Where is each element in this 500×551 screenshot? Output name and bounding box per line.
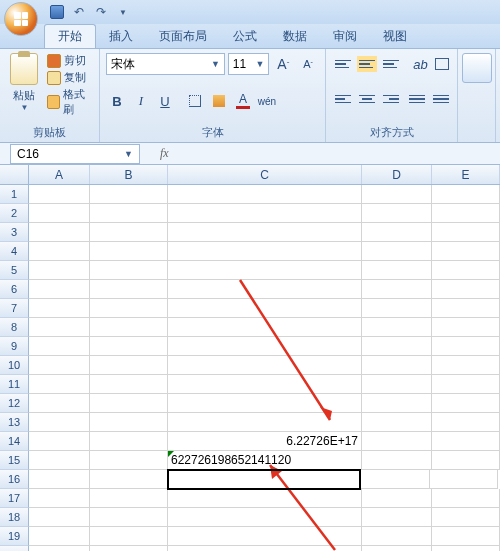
fx-icon[interactable]: fx (160, 146, 169, 161)
cell-B14[interactable] (90, 432, 168, 451)
cell-D15[interactable] (362, 451, 432, 470)
orientation-button[interactable]: ab (411, 53, 430, 75)
increase-indent-button[interactable] (430, 88, 452, 110)
cell-B17[interactable] (90, 489, 168, 508)
paste-button[interactable]: 粘贴 ▼ (6, 53, 43, 117)
cell-E19[interactable] (432, 527, 500, 546)
cell-A2[interactable] (29, 204, 90, 223)
cell-B5[interactable] (90, 261, 168, 280)
cell-E11[interactable] (432, 375, 500, 394)
shrink-font-button[interactable]: Aˇ (297, 53, 319, 75)
row-header-5[interactable]: 5 (0, 261, 29, 280)
cell-D4[interactable] (362, 242, 432, 261)
cell-C8[interactable] (168, 318, 362, 337)
font-color-button[interactable]: A (232, 90, 254, 112)
cell-E8[interactable] (432, 318, 500, 337)
cell-A17[interactable] (29, 489, 90, 508)
merge-icon[interactable] (462, 53, 492, 83)
cell-D5[interactable] (362, 261, 432, 280)
align-center-button[interactable] (356, 88, 378, 110)
cell-C3[interactable] (168, 223, 362, 242)
decrease-indent-button[interactable] (406, 88, 428, 110)
cell-B15[interactable] (90, 451, 168, 470)
copy-button[interactable]: 复制 (47, 70, 93, 85)
row-header-11[interactable]: 11 (0, 375, 29, 394)
col-header-c[interactable]: C (168, 165, 362, 184)
row-header-1[interactable]: 1 (0, 185, 29, 204)
row-header-19[interactable]: 19 (0, 527, 29, 546)
cell-D14[interactable] (362, 432, 432, 451)
cell-B16[interactable] (90, 470, 168, 489)
cell-E12[interactable] (432, 394, 500, 413)
row-header-13[interactable]: 13 (0, 413, 29, 432)
cell-E7[interactable] (432, 299, 500, 318)
italic-button[interactable]: I (130, 90, 152, 112)
row-header-18[interactable]: 18 (0, 508, 29, 527)
cell-A15[interactable] (29, 451, 90, 470)
cell-D18[interactable] (362, 508, 432, 527)
bold-button[interactable]: B (106, 90, 128, 112)
cell-D9[interactable] (362, 337, 432, 356)
row-header-9[interactable]: 9 (0, 337, 29, 356)
pinyin-button[interactable]: wén (256, 90, 278, 112)
cell-A13[interactable] (29, 413, 90, 432)
cell-C7[interactable] (168, 299, 362, 318)
cut-button[interactable]: 剪切 (47, 53, 93, 68)
cell-C1[interactable] (168, 185, 362, 204)
col-header-d[interactable]: D (362, 165, 432, 184)
cell-A6[interactable] (29, 280, 90, 299)
cell-D13[interactable] (362, 413, 432, 432)
col-header-e[interactable]: E (432, 165, 500, 184)
cell-A11[interactable] (29, 375, 90, 394)
cell-C9[interactable] (168, 337, 362, 356)
undo-icon[interactable]: ↶ (70, 3, 88, 21)
tab-insert[interactable]: 插入 (96, 25, 146, 48)
align-top-button[interactable] (332, 53, 354, 75)
cell-D12[interactable] (362, 394, 432, 413)
row-header-7[interactable]: 7 (0, 299, 29, 318)
cell-E16[interactable] (430, 470, 498, 489)
align-bottom-button[interactable] (380, 53, 402, 75)
wrap-text-button[interactable] (432, 53, 451, 75)
cell-D1[interactable] (362, 185, 432, 204)
row-header-4[interactable]: 4 (0, 242, 29, 261)
tab-review[interactable]: 审阅 (320, 25, 370, 48)
cell-C2[interactable] (168, 204, 362, 223)
underline-button[interactable]: U (154, 90, 176, 112)
name-box[interactable]: C16 ▼ (10, 144, 140, 164)
cell-E3[interactable] (432, 223, 500, 242)
cell-C5[interactable] (168, 261, 362, 280)
cell-C11[interactable] (168, 375, 362, 394)
row-header-15[interactable]: 15 (0, 451, 29, 470)
cell-C10[interactable] (168, 356, 362, 375)
cell-D11[interactable] (362, 375, 432, 394)
cell-B10[interactable] (90, 356, 168, 375)
format-painter-button[interactable]: 格式刷 (47, 87, 93, 117)
select-all-corner[interactable] (0, 165, 29, 184)
cell-D6[interactable] (362, 280, 432, 299)
cell-B6[interactable] (90, 280, 168, 299)
cell-B13[interactable] (90, 413, 168, 432)
redo-icon[interactable]: ↷ (92, 3, 110, 21)
row-header-8[interactable]: 8 (0, 318, 29, 337)
cell-D17[interactable] (362, 489, 432, 508)
cell-A14[interactable] (29, 432, 90, 451)
cell-C15[interactable]: 622726198652141120 (168, 451, 362, 470)
cell-B19[interactable] (90, 527, 168, 546)
cell-D2[interactable] (362, 204, 432, 223)
cell-E18[interactable] (432, 508, 500, 527)
cell-E5[interactable] (432, 261, 500, 280)
cell-C18[interactable] (168, 508, 362, 527)
cell-E13[interactable] (432, 413, 500, 432)
cell-C6[interactable] (168, 280, 362, 299)
row-header-16[interactable]: 16 (0, 470, 29, 489)
cell-E15[interactable] (432, 451, 500, 470)
align-right-button[interactable] (380, 88, 402, 110)
cell-B12[interactable] (90, 394, 168, 413)
cell-E4[interactable] (432, 242, 500, 261)
cell-A18[interactable] (29, 508, 90, 527)
cell-C14[interactable]: 6.22726E+17 (168, 432, 362, 451)
border-button[interactable] (184, 90, 206, 112)
cell-B9[interactable] (90, 337, 168, 356)
cell-E20[interactable] (432, 546, 500, 551)
